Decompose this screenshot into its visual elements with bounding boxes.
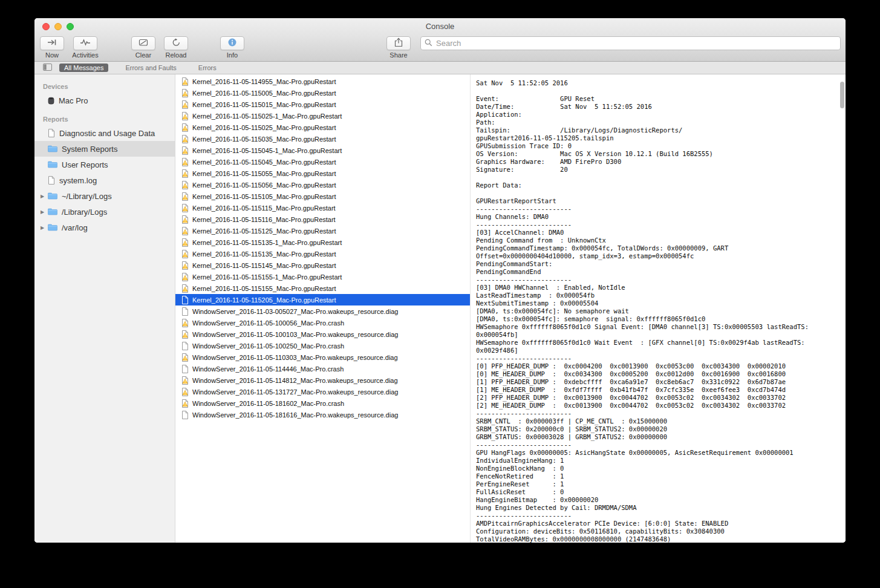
file-row[interactable]: WindowServer_2016-11-05-110303_Mac-Pro.w… [175, 351, 470, 363]
clear-button-label: Clear [135, 51, 151, 59]
file-row[interactable]: WindowServer_2016-11-03-005027_Mac-Pro.w… [175, 305, 470, 317]
warning-icon [181, 158, 189, 166]
tab-all-messages[interactable]: All Messages [59, 64, 108, 72]
file-row[interactable]: Kernel_2016-11-05-115115_Mac-Pro.gpuRest… [175, 202, 470, 214]
file-row[interactable]: Kernel_2016-11-05-115015_Mac-Pro.gpuRest… [175, 99, 470, 110]
file-name: Kernel_2016-11-05-115035_Mac-Pro.gpuRest… [192, 136, 336, 143]
sidebar-item-label: Diagnostic and Usage Data [59, 129, 155, 138]
file-row[interactable]: Kernel_2016-11-05-115125_Mac-Pro.gpuRest… [175, 225, 470, 237]
file-row[interactable]: Kernel_2016-11-05-115205_Mac-Pro.gpuRest… [175, 294, 470, 305]
warning-icon [181, 388, 189, 396]
console-window: Console Now Activities Clear Reload Info [34, 18, 846, 543]
sidebar-toggle-icon [43, 62, 52, 73]
warning-icon [181, 204, 189, 212]
sidebar-item-user-reports[interactable]: User Reports [34, 157, 175, 172]
sidebar-section-header-reports: Reports [34, 113, 175, 125]
file-row[interactable]: Kernel_2016-11-05-114955_Mac-Pro.gpuRest… [175, 76, 470, 87]
share-button[interactable]: Share [386, 36, 411, 59]
file-row[interactable]: Kernel_2016-11-05-115155-1_Mac-Pro.gpuRe… [175, 271, 470, 283]
file-name: Kernel_2016-11-05-115116_Mac-Pro.gpuRest… [192, 216, 336, 223]
doc-icon [48, 129, 55, 137]
warning-icon [181, 112, 189, 120]
info-button-label: Info [227, 51, 238, 59]
file-name: Kernel_2016-11-05-115125_Mac-Pro.gpuRest… [192, 227, 336, 235]
warning-icon [181, 227, 189, 235]
warning-icon [181, 215, 189, 224]
file-row[interactable]: Kernel_2016-11-05-115045_Mac-Pro.gpuRest… [175, 156, 470, 168]
file-row[interactable]: WindowServer_2016-11-05-114446_Mac-Pro.c… [175, 363, 470, 374]
file-row[interactable]: Kernel_2016-11-05-115005_Mac-Pro.gpuRest… [175, 87, 470, 99]
disclosure-triangle-icon[interactable]: ▶ [41, 194, 48, 199]
share-icon [394, 38, 403, 50]
clear-button[interactable]: Clear [131, 36, 155, 59]
now-icon [47, 38, 57, 49]
tab-errors-and-faults[interactable]: Errors and Faults [120, 64, 181, 72]
file-name: Kernel_2016-11-05-115015_Mac-Pro.gpuRest… [192, 101, 336, 108]
file-row[interactable]: Kernel_2016-11-05-115035_Mac-Pro.gpuRest… [175, 133, 470, 145]
file-row[interactable]: Kernel_2016-11-05-115055_Mac-Pro.gpuRest… [175, 168, 470, 179]
file-row[interactable]: WindowServer_2016-11-05-100056_Mac-Pro.c… [175, 317, 470, 328]
file-row[interactable]: Kernel_2016-11-05-115025_Mac-Pro.gpuRest… [175, 122, 470, 133]
file-row[interactable]: WindowServer_2016-11-05-181602_Mac-Pro.c… [175, 397, 470, 409]
titlebar: Console [34, 18, 846, 34]
sidebar-item-var-log[interactable]: ▶/var/log [34, 220, 175, 235]
file-row[interactable]: WindowServer_2016-11-05-131727_Mac-Pro.w… [175, 386, 470, 397]
file-name: Kernel_2016-11-05-115205_Mac-Pro.gpuRest… [192, 296, 336, 304]
file-row[interactable]: WindowServer_2016-11-05-100250_Mac-Pro.c… [175, 340, 470, 351]
search-field[interactable] [420, 36, 841, 50]
close-button[interactable] [42, 23, 50, 30]
log-scrollbar-thumb[interactable] [840, 82, 844, 108]
info-button[interactable]: Info [220, 36, 244, 59]
file-name: Kernel_2016-11-05-115045_Mac-Pro.gpuRest… [192, 158, 336, 166]
traffic-lights [42, 23, 74, 30]
folder-icon [48, 192, 57, 200]
file-row[interactable]: Kernel_2016-11-05-115056_Mac-Pro.gpuRest… [175, 179, 470, 191]
file-row[interactable]: Kernel_2016-11-05-115135_Mac-Pro.gpuRest… [175, 248, 470, 260]
activities-button[interactable]: Activities [68, 36, 102, 59]
file-name: Kernel_2016-11-05-115115_Mac-Pro.gpuRest… [192, 204, 336, 212]
file-row[interactable]: Kernel_2016-11-05-115135-1_Mac-Pro.gpuRe… [175, 237, 470, 248]
toolbar: Now Activities Clear Reload Info Share [34, 34, 846, 61]
sidebar-item-home-library-logs[interactable]: ▶~/Library/Logs [34, 188, 175, 204]
reload-button-label: Reload [166, 51, 187, 59]
warning-icon [181, 353, 189, 362]
disclosure-triangle-icon[interactable]: ▶ [41, 209, 48, 215]
tab-errors[interactable]: Errors [194, 64, 221, 72]
now-button[interactable]: Now [41, 36, 64, 59]
file-row[interactable]: WindowServer_2016-11-05-181616_Mac-Pro.w… [175, 409, 470, 420]
main-content: DevicesMac ProReportsDiagnostic and Usag… [34, 74, 846, 543]
doc-icon [181, 411, 189, 419]
file-name: Kernel_2016-11-05-115105_Mac-Pro.gpuRest… [192, 193, 336, 200]
file-row[interactable]: Kernel_2016-11-05-115116_Mac-Pro.gpuRest… [175, 214, 470, 225]
file-name: Kernel_2016-11-05-115135-1_Mac-Pro.gpuRe… [192, 239, 342, 246]
file-row[interactable]: Kernel_2016-11-05-115045-1_Mac-Pro.gpuRe… [175, 145, 470, 156]
zoom-button[interactable] [67, 23, 74, 30]
file-row[interactable]: WindowServer_2016-11-05-114812_Mac-Pro.w… [175, 374, 470, 386]
sidebar-toggle-button[interactable] [43, 62, 52, 73]
disclosure-triangle-icon[interactable]: ▶ [41, 225, 48, 230]
log-pane: Sat Nov 5 11:52:05 2016 Event: GPU Reset… [471, 74, 846, 543]
sidebar-section-header-devices: Devices [34, 80, 175, 93]
warning-icon [181, 100, 189, 109]
search-input[interactable] [435, 38, 836, 48]
warning-icon [181, 319, 189, 327]
file-row[interactable]: WindowServer_2016-11-05-100103_Mac-Pro.w… [175, 328, 470, 340]
sidebar-item-system-log[interactable]: system.log [34, 172, 175, 188]
file-row[interactable]: Kernel_2016-11-05-115105_Mac-Pro.gpuRest… [175, 191, 470, 202]
sidebar-item-diagnostic-and-usage-data[interactable]: Diagnostic and Usage Data [34, 125, 175, 141]
now-button-label: Now [45, 51, 59, 59]
file-name: WindowServer_2016-11-05-100056_Mac-Pro.c… [192, 319, 344, 327]
file-row[interactable]: Kernel_2016-11-05-115025-1_Mac-Pro.gpuRe… [175, 110, 470, 122]
sidebar-item-system-reports[interactable]: System Reports [34, 141, 175, 157]
sidebar-item-library-logs[interactable]: ▶/Library/Logs [34, 204, 175, 220]
sidebar-item-mac-pro[interactable]: Mac Pro [34, 93, 175, 108]
minimize-button[interactable] [54, 23, 62, 30]
filter-bar: All Messages Errors and Faults Errors [34, 62, 846, 74]
search-icon [425, 38, 432, 49]
file-row[interactable]: Kernel_2016-11-05-115155_Mac-Pro.gpuRest… [175, 283, 470, 294]
warning-icon [181, 169, 189, 178]
sidebar-item-label: system.log [59, 176, 97, 185]
reload-button[interactable]: Reload [164, 36, 188, 59]
file-row[interactable]: Kernel_2016-11-05-115145_Mac-Pro.gpuRest… [175, 260, 470, 271]
folder-icon [48, 145, 57, 152]
